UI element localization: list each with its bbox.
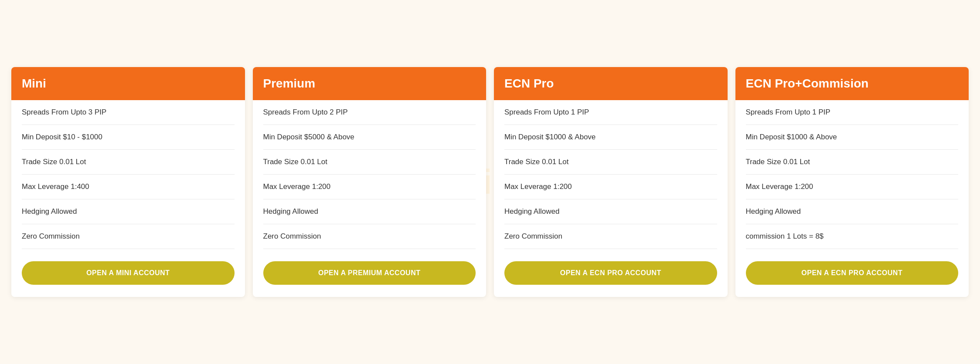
feature-item-mini-4: Hedging Allowed [22, 199, 235, 224]
feature-item-ecn-pro-commission-3: Max Leverage 1:200 [746, 175, 959, 199]
card-ecn-pro: ECN ProSpreads From Upto 1 PIPMin Deposi… [494, 67, 728, 297]
card-premium: PremiumSpreads From Upto 2 PIPMin Deposi… [253, 67, 487, 297]
card-body-premium: Spreads From Upto 2 PIPMin Deposit $5000… [253, 100, 487, 249]
feature-item-mini-5: Zero Commission [22, 224, 235, 249]
feature-item-ecn-pro-commission-0: Spreads From Upto 1 PIP [746, 100, 959, 125]
feature-item-premium-4: Hedging Allowed [263, 199, 476, 224]
card-footer-mini: OPEN A MINI ACCOUNT [11, 249, 245, 297]
feature-item-ecn-pro-1: Min Deposit $1000 & Above [504, 125, 717, 150]
feature-item-premium-0: Spreads From Upto 2 PIP [263, 100, 476, 125]
card-header-ecn-pro: ECN Pro [494, 67, 728, 100]
open-account-button-mini[interactable]: OPEN A MINI ACCOUNT [22, 261, 235, 285]
card-footer-ecn-pro-commission: OPEN A ECN PRO ACCOUNT [735, 249, 969, 297]
cards-container: MiniSpreads From Upto 3 PIPMin Deposit $… [11, 67, 969, 297]
card-title-mini: Mini [22, 77, 235, 91]
card-title-premium: Premium [263, 77, 476, 91]
feature-item-ecn-pro-4: Hedging Allowed [504, 199, 717, 224]
open-account-button-premium[interactable]: OPEN A PREMIUM ACCOUNT [263, 261, 476, 285]
feature-item-ecn-pro-commission-1: Min Deposit $1000 & Above [746, 125, 959, 150]
card-mini: MiniSpreads From Upto 3 PIPMin Deposit $… [11, 67, 245, 297]
card-body-mini: Spreads From Upto 3 PIPMin Deposit $10 -… [11, 100, 245, 249]
feature-item-ecn-pro-commission-4: Hedging Allowed [746, 199, 959, 224]
feature-item-mini-1: Min Deposit $10 - $1000 [22, 125, 235, 150]
feature-item-ecn-pro-0: Spreads From Upto 1 PIP [504, 100, 717, 125]
card-body-ecn-pro-commission: Spreads From Upto 1 PIPMin Deposit $1000… [735, 100, 969, 249]
feature-item-ecn-pro-5: Zero Commission [504, 224, 717, 249]
feature-item-premium-2: Trade Size 0.01 Lot [263, 150, 476, 175]
card-footer-premium: OPEN A PREMIUM ACCOUNT [253, 249, 487, 297]
feature-item-ecn-pro-commission-5: commission 1 Lots = 8$ [746, 224, 959, 249]
feature-item-mini-0: Spreads From Upto 3 PIP [22, 100, 235, 125]
card-header-mini: Mini [11, 67, 245, 100]
card-header-ecn-pro-commission: ECN Pro+Commision [735, 67, 969, 100]
feature-item-mini-2: Trade Size 0.01 Lot [22, 150, 235, 175]
card-header-premium: Premium [253, 67, 487, 100]
feature-item-premium-1: Min Deposit $5000 & Above [263, 125, 476, 150]
open-account-button-ecn-pro[interactable]: OPEN A ECN PRO ACCOUNT [504, 261, 717, 285]
card-title-ecn-pro: ECN Pro [504, 77, 717, 91]
feature-item-ecn-pro-2: Trade Size 0.01 Lot [504, 150, 717, 175]
feature-item-mini-3: Max Leverage 1:400 [22, 175, 235, 199]
card-footer-ecn-pro: OPEN A ECN PRO ACCOUNT [494, 249, 728, 297]
feature-item-ecn-pro-commission-2: Trade Size 0.01 Lot [746, 150, 959, 175]
card-title-ecn-pro-commission: ECN Pro+Commision [746, 77, 959, 91]
feature-item-premium-5: Zero Commission [263, 224, 476, 249]
card-ecn-pro-commission: ECN Pro+CommisionSpreads From Upto 1 PIP… [735, 67, 969, 297]
feature-item-premium-3: Max Leverage 1:200 [263, 175, 476, 199]
open-account-button-ecn-pro-commission[interactable]: OPEN A ECN PRO ACCOUNT [746, 261, 959, 285]
card-body-ecn-pro: Spreads From Upto 1 PIPMin Deposit $1000… [494, 100, 728, 249]
feature-item-ecn-pro-3: Max Leverage 1:200 [504, 175, 717, 199]
